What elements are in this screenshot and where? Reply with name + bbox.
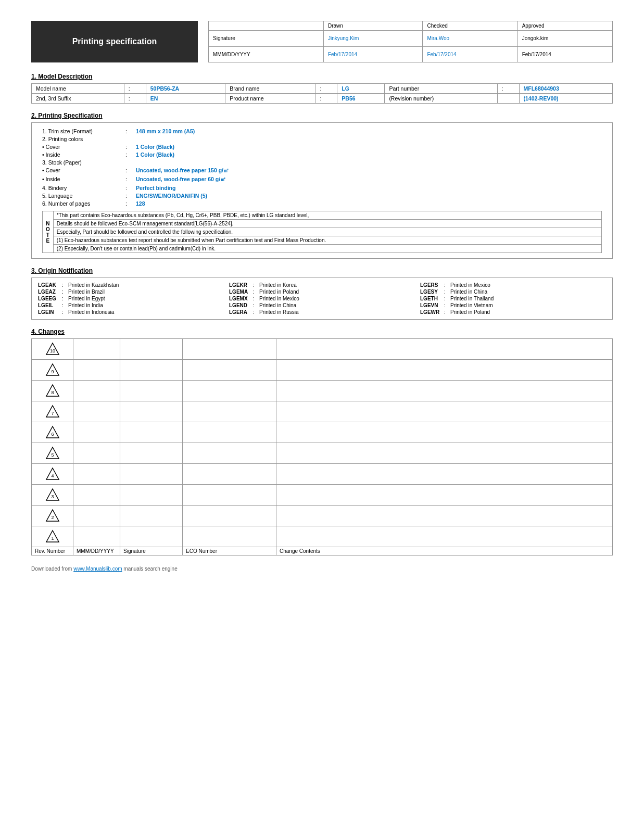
origin-row-5: LGESY:Printed in China [420,289,606,295]
note-line-1: *This part contains Eco-hazardous substa… [53,211,601,220]
date-cell-1 [73,526,120,547]
section3-title: 3. Origin Notification [31,267,613,274]
origin-row-14: LGEWR:Printed in Poland [420,309,606,315]
changes-row-9: 9 [32,360,613,381]
part-number-colon: : [497,84,519,94]
revision-label: (Revision number) [385,94,497,104]
changes-row-7: 7 [32,401,613,422]
header-section: Printing specification Drawn Checked App… [31,21,613,62]
origin-text-8: Printed in Thailand [450,296,494,301]
changes-row-4: 4 [32,464,613,485]
changes-row-3: 3 [32,485,613,506]
contents-cell-8 [276,381,613,401]
origin-text-4: Printed in Poland [259,289,299,295]
origin-code-10: LGEND [229,302,251,308]
spec-row-8: 5. Language:ENG/SWE/NOR/DAN/FIN (5) [42,193,602,199]
section4-title: 4. Changes [31,328,613,335]
spec-row-9: 6. Number of pages:128 [42,200,602,207]
spec-row-5: • Cover:Uncoated, wood-free paper 150 g/… [42,167,602,174]
spec-label-3: • Inside [42,152,125,158]
eco-cell-10 [183,339,276,360]
eco-cell-6 [183,422,276,443]
rev-cell-9: 9 [32,360,73,381]
spec-value-6: Uncoated, wood-free paper 60 g/㎡ [136,176,226,183]
spec-row-7: 4. Bindery:Perfect binding [42,185,602,191]
svg-text:8: 8 [51,390,54,395]
footer-text: Downloaded from [31,566,73,572]
spec-colon-8: : [125,193,136,199]
origin-text-10: Printed in China [259,302,296,308]
changes-row-6: 6 [32,422,613,443]
spec-label-7: 4. Bindery [42,185,125,191]
contents-cell-4 [276,464,613,485]
signature-approved: Jongok.kim [517,31,612,47]
spec-row-4: 3. Stock (Paper) [42,159,602,166]
col-checked: Checked [423,21,517,31]
svg-text:2: 2 [51,515,54,520]
product-name-colon: : [315,94,337,104]
spec-value-2: 1 Color (Black) [136,144,174,150]
origin-text-5: Printed in China [450,289,487,295]
rev-cell-8: 8 [32,381,73,401]
origin-text-1: Printed in Korea [259,282,297,288]
date-checked: Feb/17/2014 [423,46,517,62]
spec-label-6: • Inside [42,176,125,183]
spec-row-1: 2. Printing colors [42,136,602,142]
notes-table: NOTE *This part contains Eco-hazardous s… [42,211,602,253]
eco-cell-9 [183,360,276,381]
spec-colon-2: : [125,144,136,150]
eco-cell-1 [183,526,276,547]
origin-code-13: LGERA [229,309,251,315]
row-signature-label: Signature [209,31,324,47]
origin-code-7: LGEMX [229,296,251,301]
eco-cell-8 [183,381,276,401]
origin-text-11: Printed in Vietnam [450,302,493,308]
origin-code-12: LGEIN [38,309,60,315]
svg-text:5: 5 [51,452,54,458]
svg-text:3: 3 [51,494,54,499]
changes-row-10: 10 [32,339,613,360]
approval-table: Drawn Checked Approved Signature Jinkyun… [208,21,613,62]
date-cell-6 [73,422,120,443]
changes-table: 10987654321 Rev. Number MMM/DD/YYYY Sign… [31,338,613,556]
note-line-3: Especially, Part should be followed and … [53,228,601,236]
origin-text-0: Printed in Kazakhstan [68,282,119,288]
origin-code-1: LGEKR [229,282,251,288]
origin-code-6: LGEEG [38,296,60,301]
contents-cell-7 [276,401,613,422]
spec-colon-5: : [125,167,136,174]
footer-rev: Rev. Number [32,547,73,556]
eco-cell-4 [183,464,276,485]
eco-cell-3 [183,485,276,506]
section2-title: 2. Printing Specification [31,112,613,119]
footer-eco: ECO Number [183,547,276,556]
spec-label-5: • Cover [42,167,125,174]
origin-text-14: Printed in Poland [450,309,490,315]
eco-cell-2 [183,506,276,526]
changes-row-5: 5 [32,443,613,464]
sig-cell-6 [120,422,183,443]
spec-label-4: 3. Stock (Paper) [42,159,125,166]
brand-name-label: Brand name [225,84,315,94]
part-number-label: Part number [385,84,497,94]
document-title: Printing specification [31,21,198,62]
origin-text-6: Printed in Egypt [68,296,105,301]
date-cell-7 [73,401,120,422]
note-line-4: (1) Eco-hazardous substances test report… [53,236,601,245]
changes-row-8: 8 [32,381,613,401]
note-line-2: Details should be followed Eco-SCM manag… [53,220,601,228]
spec-box: 1. Trim size (Format):148 mm x 210 mm (A… [31,122,613,259]
sig-cell-2 [120,506,183,526]
spec-row-6: • Inside:Uncoated, wood-free paper 60 g/… [42,176,602,183]
origin-code-9: LGEIL [38,302,60,308]
origin-grid: LGEAK:Printed in KazakhstanLGEKR:Printed… [38,282,606,315]
spec-value-8: ENG/SWE/NOR/DAN/FIN (5) [136,193,207,199]
origin-row-0: LGEAK:Printed in Kazakhstan [38,282,224,288]
rev-cell-10: 10 [32,339,73,360]
note-label: NOTE [43,211,54,253]
sig-cell-5 [120,443,183,464]
footer-link[interactable]: www.Manualslib.com [73,566,122,572]
spec-colon-3: : [125,152,136,158]
footer-suffix: manuals search engine [122,566,178,572]
svg-text:6: 6 [51,432,54,437]
